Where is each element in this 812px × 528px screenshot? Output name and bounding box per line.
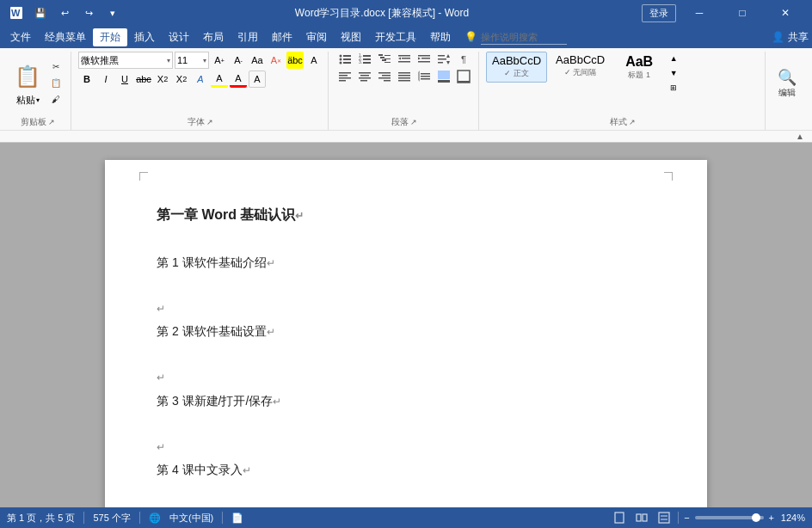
svg-rect-41: [378, 72, 391, 74]
menu-insert[interactable]: 插入: [127, 28, 162, 46]
svg-rect-24: [418, 55, 430, 57]
svg-rect-22: [402, 58, 410, 59]
editing-search-button[interactable]: 🔍 编辑: [772, 66, 802, 101]
format-painter-button[interactable]: 🖌: [46, 92, 65, 107]
bullets-button[interactable]: [335, 52, 354, 67]
customize-icon[interactable]: ▾: [103, 3, 122, 22]
copy-button[interactable]: 📋: [46, 76, 65, 91]
justify-button[interactable]: [395, 69, 414, 84]
zoom-level[interactable]: 124%: [779, 513, 805, 523]
search-input[interactable]: [481, 29, 567, 45]
para-mark-8: ↵: [243, 464, 251, 476]
login-button[interactable]: 登录: [642, 4, 676, 22]
maximize-button[interactable]: □: [723, 0, 762, 26]
paragraph-expand-icon[interactable]: ↗: [410, 118, 417, 126]
view-outline-button[interactable]: [655, 510, 673, 525]
style-expand-btn[interactable]: ⊞: [667, 81, 680, 95]
menu-developer[interactable]: 开发工具: [368, 28, 423, 46]
undo-icon[interactable]: ↩: [55, 3, 74, 22]
font-size-increase2[interactable]: A: [249, 71, 266, 88]
svg-rect-43: [378, 77, 391, 79]
cut-button[interactable]: ✂: [46, 59, 65, 75]
ribbon-group-clipboard: 📋 粘贴 ▾ ✂ 📋 🖌 剪贴板 ↗: [5, 52, 71, 130]
menu-references[interactable]: 引用: [231, 28, 265, 46]
word-logo-icon[interactable]: W: [7, 3, 26, 22]
redo-icon[interactable]: ↪: [79, 3, 98, 22]
subscript-button[interactable]: X2: [154, 71, 171, 88]
menu-classic[interactable]: 经典菜单: [38, 28, 93, 46]
save-icon[interactable]: 💾: [31, 3, 50, 22]
svg-rect-26: [421, 58, 430, 59]
font-expand-icon[interactable]: ↗: [206, 118, 213, 126]
align-left-button[interactable]: [335, 69, 354, 84]
document-page[interactable]: 第一章 Word 基础认识↵ 第 1 课软件基础介绍↵ ↵ 第 2 课软件基础设…: [105, 160, 707, 507]
italic-button[interactable]: I: [97, 71, 114, 88]
paste-button[interactable]: 📋: [10, 59, 45, 94]
zoom-plus[interactable]: +: [769, 513, 774, 523]
text-highlight-button[interactable]: äbc: [286, 52, 304, 69]
border-button[interactable]: [454, 69, 473, 84]
svg-rect-49: [421, 73, 430, 75]
shading-button[interactable]: [434, 69, 453, 84]
highlight-color-button[interactable]: A: [211, 71, 228, 88]
style-heading1[interactable]: AaB 标题 1: [613, 52, 665, 83]
style-normal[interactable]: AaBbCcD ✓ 正文: [486, 52, 547, 83]
underline-button[interactable]: U: [116, 71, 133, 88]
decrease-indent-button[interactable]: [395, 52, 414, 67]
ribbon-collapse-button[interactable]: ▲: [793, 131, 807, 143]
font-size-select[interactable]: 11 ▾: [175, 52, 209, 69]
line-spacing-button[interactable]: [415, 69, 434, 84]
zoom-slider[interactable]: [695, 516, 764, 519]
text-effects-button[interactable]: A: [192, 71, 209, 88]
svg-rect-44: [384, 80, 391, 82]
menu-help[interactable]: 帮助: [423, 28, 458, 46]
styles-expand-icon[interactable]: ↗: [629, 118, 636, 126]
paste-dropdown[interactable]: ▾: [36, 96, 40, 104]
paste-icon: 📋: [14, 61, 41, 92]
svg-rect-16: [382, 59, 386, 61]
menu-layout[interactable]: 布局: [196, 28, 231, 46]
svg-rect-48: [398, 80, 410, 82]
help-icon-area: 💡: [464, 31, 477, 43]
superscript-button[interactable]: X2: [173, 71, 190, 88]
menu-mailings[interactable]: 邮件: [265, 28, 299, 46]
font-name-select[interactable]: 微软推黑 ▾: [78, 52, 173, 69]
font-color-alt-button[interactable]: A: [305, 52, 323, 69]
zoom-minus[interactable]: −: [684, 513, 689, 523]
multilevel-list-button[interactable]: [375, 52, 394, 67]
menu-home[interactable]: 开始: [93, 28, 127, 46]
style-scroll-up[interactable]: ▲: [667, 52, 680, 65]
svg-rect-7: [343, 62, 351, 64]
share-label[interactable]: 共享: [788, 30, 809, 45]
search-area[interactable]: [481, 29, 567, 45]
bold-button[interactable]: B: [78, 71, 95, 88]
menu-view[interactable]: 视图: [334, 28, 368, 46]
increase-indent-button[interactable]: [415, 52, 434, 67]
minimize-button[interactable]: ─: [680, 0, 719, 26]
align-right-button[interactable]: [375, 69, 394, 84]
numbering-button[interactable]: 1.2.3.: [355, 52, 374, 67]
style-no-spacing[interactable]: AaBbCcD ✓ 无间隔: [551, 52, 610, 83]
menu-design[interactable]: 设计: [162, 28, 196, 46]
svg-rect-33: [339, 72, 351, 74]
strikethrough-button[interactable]: abc: [135, 71, 152, 88]
change-case-button[interactable]: Aa: [249, 52, 266, 69]
clear-format-button[interactable]: A✕: [268, 52, 285, 69]
window-title: Word学习目录.docx [兼容模式] - Word: [122, 6, 642, 21]
sort-button[interactable]: [434, 52, 453, 67]
show-marks-button[interactable]: ¶: [454, 52, 473, 67]
decrease-font-button[interactable]: A-: [230, 52, 247, 69]
view-web-button[interactable]: [633, 510, 650, 525]
style-scroll-down[interactable]: ▼: [667, 66, 680, 80]
align-center-button[interactable]: [355, 69, 374, 84]
close-button[interactable]: ✕: [766, 0, 805, 26]
svg-rect-14: [378, 54, 383, 56]
font-color-button[interactable]: A: [230, 71, 247, 88]
menu-review[interactable]: 审阅: [299, 28, 334, 46]
font-name-dropdown-arrow: ▾: [167, 57, 170, 64]
increase-font-button[interactable]: A+: [211, 52, 228, 69]
clipboard-expand-icon[interactable]: ↗: [48, 118, 55, 126]
word-count: 575 个字: [93, 512, 130, 525]
menu-file[interactable]: 文件: [3, 28, 38, 46]
view-print-button[interactable]: [611, 510, 628, 525]
